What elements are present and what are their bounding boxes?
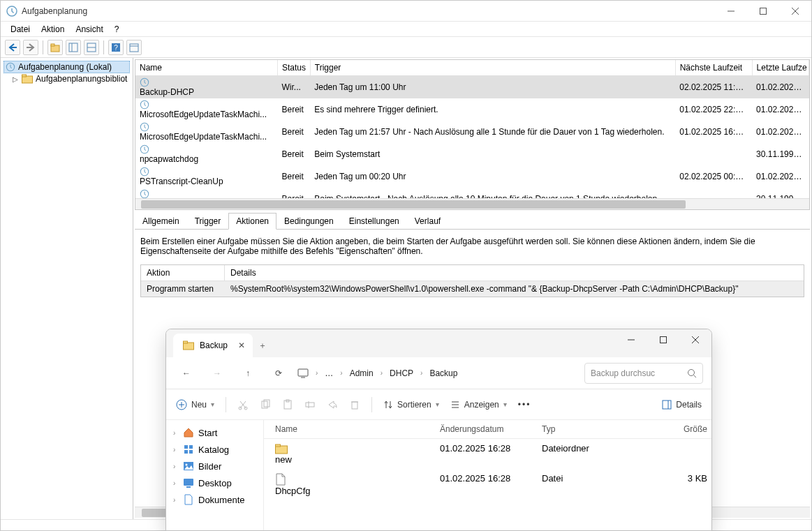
crumb-ellipsis[interactable]: … xyxy=(325,368,333,378)
tree-root-label: Aufgabenplanung (Lokal) xyxy=(18,62,112,72)
detail-tab[interactable]: Verlauf xyxy=(407,213,448,229)
panes-button[interactable] xyxy=(84,40,99,55)
svg-rect-54 xyxy=(184,479,193,486)
file-row[interactable]: new01.02.2025 16:28Dateiordner xyxy=(264,439,711,469)
action-row[interactable]: Programm starten %SystemRoot%\system32\W… xyxy=(141,281,804,297)
nav-back-icon[interactable]: ← xyxy=(175,361,198,385)
task-row[interactable]: PSTranscript-CleanUpBereitJeden Tag um 0… xyxy=(135,165,809,188)
nav-item[interactable]: › Dokumente xyxy=(169,491,260,508)
chevron-icon[interactable]: › xyxy=(420,369,422,377)
nav-tree[interactable]: Aufgabenplanung (Lokal) ▷ Aufgabenplanun… xyxy=(1,58,133,519)
app-title: Aufgabenplanung xyxy=(22,6,715,16)
detail-tab[interactable]: Einstellungen xyxy=(341,213,407,229)
svg-point-53 xyxy=(186,464,188,466)
minimize-button[interactable] xyxy=(715,1,747,22)
explorer-files[interactable]: Name Änderungsdatum Typ Größe new01.02.2… xyxy=(264,420,711,530)
nav-item[interactable]: › Katalog xyxy=(169,441,260,458)
breadcrumb[interactable]: › … › Admin › DHCP › Backup xyxy=(297,361,577,385)
explorer-maximize[interactable] xyxy=(647,329,679,350)
explorer-nav[interactable]: › Start› Katalog› Bilder› Desktop› Dokum… xyxy=(166,420,264,530)
fcol-name[interactable]: Name xyxy=(264,420,436,438)
cmd-copy[interactable] xyxy=(260,399,271,410)
explorer-window[interactable]: Backup ✕ ＋ ← → ↑ ⟳ › … › Admin › DHCP › xyxy=(165,329,712,531)
detail-tab[interactable]: Aktionen xyxy=(228,213,276,230)
nav-forward-button[interactable] xyxy=(23,40,38,55)
col-last[interactable]: Letzte Laufze xyxy=(752,60,809,76)
separator xyxy=(43,40,43,54)
action-table[interactable]: Aktion Details Programm starten %SystemR… xyxy=(140,264,804,297)
nav-refresh-icon[interactable]: ⟳ xyxy=(267,361,290,385)
app-icon xyxy=(6,6,17,17)
cmd-sort[interactable]: Sortieren▾ xyxy=(383,400,439,410)
menu-action[interactable]: Aktion xyxy=(36,23,70,36)
expand-icon[interactable]: ▷ xyxy=(12,75,19,83)
file-row[interactable]: DhcpCfg01.02.2025 16:28Datei3 KB xyxy=(264,469,711,500)
col-next[interactable]: Nächste Laufzeit xyxy=(675,60,752,76)
cmd-view[interactable]: Anzeigen▾ xyxy=(450,400,507,410)
task-row[interactable]: MicrosoftEdgeUpdateTaskMachi...BereitEs … xyxy=(135,98,809,121)
close-button[interactable] xyxy=(779,1,811,22)
action-type: Programm starten xyxy=(141,281,225,297)
task-header-row[interactable]: Name Status Trigger Nächste Laufzeit Let… xyxy=(135,60,809,76)
fcol-size[interactable]: Größe xyxy=(621,420,711,438)
help-button[interactable]: ? xyxy=(108,40,124,55)
action-col-details[interactable]: Details xyxy=(225,265,804,281)
up-button[interactable] xyxy=(47,40,63,55)
menu-help[interactable]: ? xyxy=(109,23,125,36)
nav-item[interactable]: › Start xyxy=(169,424,260,441)
crumb-dhcp[interactable]: DHCP xyxy=(390,368,413,378)
chevron-icon[interactable]: › xyxy=(316,369,318,377)
task-list[interactable]: Name Status Trigger Nächste Laufzeit Let… xyxy=(135,59,810,210)
col-status[interactable]: Status xyxy=(277,60,310,76)
calendar-button[interactable] xyxy=(126,40,142,55)
chevron-icon[interactable]: › xyxy=(340,369,342,377)
task-row[interactable]: npcapwatchdogBereitBeim Systemstart30.11… xyxy=(135,143,809,165)
detail-tab[interactable]: Bedingungen xyxy=(276,213,341,229)
detail-tab[interactable]: Allgemein xyxy=(135,213,187,229)
new-tab-button[interactable]: ＋ xyxy=(253,334,272,357)
explorer-close[interactable] xyxy=(679,329,711,350)
fcol-date[interactable]: Änderungsdatum xyxy=(436,420,538,438)
cmd-rename[interactable] xyxy=(304,399,316,410)
tab-close-icon[interactable]: ✕ xyxy=(236,340,247,351)
hscrollbar[interactable] xyxy=(135,198,809,209)
cmd-paste[interactable] xyxy=(282,399,293,410)
task-row[interactable]: MicrosoftEdgeUpdateTaskMachi...BereitJed… xyxy=(135,121,809,143)
explorer-tab[interactable]: Backup ✕ xyxy=(173,334,253,357)
tree-root[interactable]: Aufgabenplanung (Lokal) xyxy=(3,61,130,73)
menu-file[interactable]: Datei xyxy=(5,23,36,36)
task-row[interactable]: Backup-DHCPWir...Jeden Tag um 11:00 Uhr0… xyxy=(135,76,809,99)
separator xyxy=(103,40,104,54)
cmd-share[interactable] xyxy=(327,399,338,410)
cmd-more[interactable]: ••• xyxy=(518,400,531,410)
explorer-search[interactable]: Backup durchsuc xyxy=(584,363,703,384)
chevron-down-icon: ▾ xyxy=(211,401,214,408)
nav-item[interactable]: › Desktop xyxy=(169,474,260,491)
task-row[interactable]: Restart-NLABereitBeim Systemstart - Nach… xyxy=(135,188,809,198)
nav-up-icon[interactable]: ↑ xyxy=(236,361,260,385)
explorer-minimize[interactable] xyxy=(615,329,647,350)
nav-item[interactable]: › Bilder xyxy=(169,458,260,474)
menu-view[interactable]: Ansicht xyxy=(70,23,108,36)
crumb-admin[interactable]: Admin xyxy=(350,368,374,378)
fcol-type[interactable]: Typ xyxy=(538,420,621,438)
col-trigger[interactable]: Trigger xyxy=(310,60,675,76)
cmd-cut[interactable] xyxy=(237,399,249,410)
action-col-aktion[interactable]: Aktion xyxy=(141,265,225,281)
cmd-new[interactable]: Neu ▾ xyxy=(176,399,214,410)
chevron-icon[interactable]: › xyxy=(381,369,383,377)
crumb-backup[interactable]: Backup xyxy=(429,368,457,378)
detail-tab[interactable]: Trigger xyxy=(187,213,229,229)
nav-forward-icon[interactable]: → xyxy=(205,361,229,385)
maximize-button[interactable] xyxy=(747,1,779,22)
svg-text:?: ? xyxy=(114,44,118,52)
file-columns[interactable]: Name Änderungsdatum Typ Größe xyxy=(264,420,711,439)
chevron-down-icon: ▾ xyxy=(436,401,439,408)
svg-rect-14 xyxy=(22,75,27,77)
tree-child[interactable]: ▷ Aufgabenplanungsbibliot xyxy=(3,73,130,84)
col-name[interactable]: Name xyxy=(135,60,277,76)
nav-back-button[interactable] xyxy=(5,40,20,55)
cmd-details[interactable]: Details xyxy=(662,400,702,410)
tree-button[interactable] xyxy=(66,40,81,55)
cmd-delete[interactable] xyxy=(349,399,360,410)
